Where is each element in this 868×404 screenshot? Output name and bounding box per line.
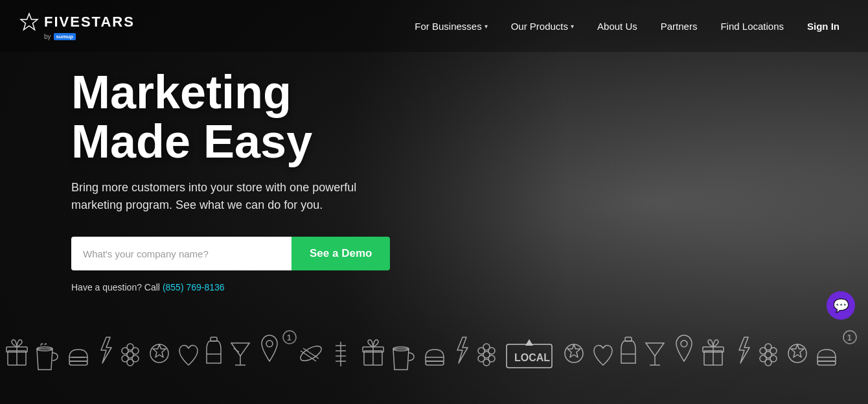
hero-subtitle: Bring more customers into your store wit… [71, 179, 395, 214]
logo-star-icon [19, 12, 39, 32]
svg-rect-73 [817, 357, 836, 361]
nav-link-find-locations[interactable]: Find Locations [711, 16, 793, 37]
svg-text:1: 1 [287, 333, 291, 342]
svg-point-59 [681, 340, 687, 347]
svg-text:1: 1 [847, 333, 852, 342]
phone-link[interactable]: (855) 769-8136 [163, 282, 225, 292]
svg-marker-0 [21, 14, 38, 30]
svg-rect-6 [69, 361, 87, 365]
nav-item-for-businesses[interactable]: For Businesses ▾ [405, 16, 496, 37]
svg-rect-54 [625, 337, 632, 341]
chat-bubble-button[interactable]: 💬 [827, 291, 855, 320]
svg-point-48 [488, 355, 495, 362]
svg-marker-17 [153, 344, 166, 357]
svg-text:LOCAL: LOCAL [514, 352, 550, 363]
nav-link-partners[interactable]: Partners [652, 16, 707, 37]
svg-rect-39 [426, 357, 444, 361]
svg-rect-74 [817, 361, 836, 365]
company-name-input[interactable] [71, 237, 291, 270]
svg-point-70 [770, 355, 777, 362]
sumup-badge: sumup [54, 33, 76, 40]
logo[interactable]: FIVESTARS by sumup [19, 12, 135, 40]
svg-point-71 [788, 344, 806, 362]
nav-item-about-us[interactable]: About Us [588, 16, 646, 37]
svg-point-13 [132, 348, 139, 354]
nav-links-list: For Businesses ▾ Our Products ▾ About Us… [174, 16, 849, 37]
nav-item-sign-in[interactable]: Sign In [798, 16, 849, 37]
svg-marker-53 [567, 344, 580, 357]
main-nav: FIVESTARS by sumup For Businesses ▾ Our … [0, 0, 868, 52]
nav-link-for-businesses[interactable]: For Businesses ▾ [405, 16, 496, 37]
svg-point-69 [760, 355, 766, 362]
svg-rect-5 [69, 357, 87, 361]
svg-point-47 [478, 355, 485, 362]
nav-item-our-products[interactable]: Our Products ▾ [502, 16, 583, 37]
hero-title: Marketing Made Easy [71, 68, 395, 166]
nav-link-our-products[interactable]: Our Products ▾ [502, 16, 583, 37]
decorative-icons-svg: 1 [0, 326, 868, 404]
svg-rect-18 [211, 337, 217, 341]
svg-marker-20 [231, 343, 249, 356]
nav-item-partners[interactable]: Partners [652, 16, 707, 37]
svg-line-28 [303, 348, 319, 359]
svg-marker-8 [101, 337, 111, 363]
nav-link-about-us[interactable]: About Us [588, 16, 646, 37]
by-text: by [44, 33, 51, 40]
bottom-icon-strip: 1 [0, 326, 868, 404]
svg-point-14 [122, 355, 128, 362]
nav-item-find-locations[interactable]: Find Locations [711, 16, 793, 37]
nav-link-sign-in[interactable]: Sign In [798, 16, 849, 37]
chat-icon: 💬 [833, 298, 849, 313]
chevron-down-icon: ▾ [485, 23, 488, 30]
svg-point-45 [478, 348, 485, 354]
svg-point-16 [150, 344, 168, 362]
svg-point-15 [132, 355, 139, 362]
svg-marker-51 [525, 339, 533, 346]
svg-point-24 [266, 340, 273, 347]
svg-point-52 [565, 344, 583, 362]
svg-point-12 [122, 348, 128, 354]
svg-marker-41 [457, 337, 468, 363]
see-demo-button[interactable]: See a Demo [291, 237, 390, 270]
svg-line-29 [301, 351, 316, 361]
chevron-down-icon: ▾ [571, 23, 574, 30]
phone-line: Have a question? Call (855) 769-8136 [71, 282, 395, 292]
svg-line-23 [234, 348, 239, 352]
svg-point-67 [760, 348, 766, 354]
svg-marker-63 [739, 337, 749, 363]
hero-content: Marketing Made Easy Bring more customers… [71, 68, 395, 292]
logo-subtitle: by sumup [19, 33, 76, 40]
svg-marker-56 [646, 343, 664, 356]
logo-text: FIVESTARS [44, 14, 135, 30]
svg-point-46 [488, 348, 495, 354]
cta-form: See a Demo [71, 237, 395, 270]
svg-marker-72 [791, 344, 804, 357]
svg-point-68 [770, 348, 777, 354]
svg-rect-40 [426, 361, 444, 365]
